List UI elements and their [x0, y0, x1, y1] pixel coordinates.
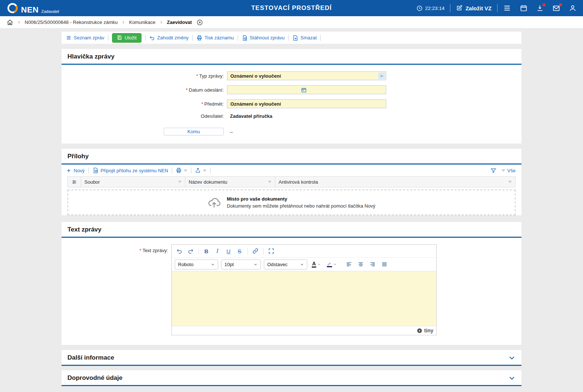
strikethrough-button[interactable]: S [234, 246, 245, 256]
print-record-button[interactable]: Tisk záznamu [196, 35, 234, 41]
underline-button[interactable]: U [223, 246, 234, 256]
calendar-icon[interactable] [520, 4, 527, 12]
list-icon [66, 35, 71, 40]
link-icon[interactable] [250, 246, 261, 256]
brand[interactable]: NEN Zadavatel [7, 2, 59, 14]
chevron-down-icon [300, 262, 304, 266]
printer-icon [196, 35, 202, 41]
message-list-button[interactable]: Seznam zpráv [66, 35, 104, 40]
clock-icon [416, 5, 423, 11]
home-icon[interactable] [7, 19, 13, 26]
block-format-select[interactable]: Odstavec [264, 259, 307, 269]
align-justify-icon[interactable] [380, 259, 389, 269]
filter-caret-icon[interactable] [508, 180, 512, 184]
export-button[interactable] [195, 167, 206, 173]
align-center-icon[interactable] [356, 259, 366, 269]
chevron-down-icon[interactable] [378, 73, 385, 79]
font-size-select[interactable]: 10pt [221, 259, 261, 269]
editor-toolbar-row2: Roboto 10pt Odstavec [172, 258, 436, 271]
more-info-section[interactable]: Další informace [62, 350, 521, 366]
undo-icon[interactable] [174, 246, 185, 256]
attachments-toolbar: Nový Připojit přílohu ze systému NEN [62, 165, 521, 176]
recipient-button[interactable]: Komu [164, 128, 224, 135]
download-document-icon [242, 35, 248, 41]
attach-document-icon [92, 167, 98, 173]
redo-icon[interactable] [185, 246, 196, 256]
filter-caret-icon[interactable] [178, 180, 182, 184]
section-title: Doprovodné údaje [67, 374, 122, 382]
chevron-down-icon[interactable] [508, 374, 516, 382]
chevron-right-icon [121, 20, 125, 24]
mail-icon[interactable] [552, 4, 560, 12]
create-vz-button[interactable]: Založit VZ [456, 5, 492, 11]
separator [145, 35, 146, 41]
section-title: Další informace [67, 354, 114, 361]
separator [191, 167, 191, 173]
print-grid-button[interactable] [176, 167, 187, 173]
clock: 22:23:14 [416, 5, 445, 11]
new-attachment-button[interactable]: Nový [66, 168, 85, 173]
section-title: Hlavička zprávy [67, 53, 115, 60]
chevron-right-icon [17, 20, 21, 24]
subject-input[interactable]: Oznámení o vyloučení [227, 99, 386, 108]
menu-icon[interactable] [503, 4, 511, 12]
edit-icon [456, 5, 462, 11]
text-color-button[interactable]: A [310, 259, 322, 269]
close-icon[interactable] [196, 19, 203, 26]
document-dropzone[interactable]: Místo pro vaše dokumenty Dokumenty sem m… [67, 190, 516, 215]
chevron-down-icon [211, 262, 215, 266]
column-header-nazev[interactable]: Název dokumentu [185, 177, 275, 187]
dropzone-subtitle: Dokumenty sem můžete přetáhnout nebo nah… [227, 203, 375, 209]
separator [450, 4, 450, 12]
filter-caret-icon[interactable] [268, 180, 272, 184]
chevron-down-icon[interactable] [508, 354, 516, 361]
delete-button[interactable]: Smazat [292, 35, 317, 41]
tiny-brand[interactable]: tiny [424, 328, 433, 333]
separator [320, 35, 321, 41]
accompanying-data-section[interactable]: Doprovodné údaje [62, 370, 521, 386]
separator [247, 247, 248, 255]
chevron-down-icon [254, 262, 258, 266]
column-header-antivirus[interactable]: Antivirová kontrola [275, 177, 515, 187]
chevron-right-icon [159, 20, 163, 24]
caret-down-icon [184, 169, 187, 172]
italic-button[interactable]: I [212, 246, 223, 256]
share-icon [195, 167, 201, 173]
undo-icon [149, 35, 155, 41]
user-icon[interactable] [569, 4, 576, 12]
highlighter-icon [327, 261, 332, 267]
cloud-upload-icon [207, 196, 221, 209]
align-left-icon[interactable] [344, 259, 354, 269]
save-button[interactable]: Uložit [112, 33, 142, 43]
message-text-input[interactable] [172, 271, 436, 326]
breadcrumb-item-procedure[interactable]: N006/25/S00000648 - Rekonstrukce zámku [25, 20, 118, 25]
separator [263, 247, 263, 255]
bold-button[interactable]: B [201, 246, 212, 256]
download-message-button[interactable]: Stáhnout zprávu [242, 35, 285, 41]
brand-name: NEN [21, 6, 39, 14]
attachments-table-header: Soubor Název dokumentu Antivirová kontro… [67, 176, 516, 187]
fullscreen-icon[interactable] [266, 246, 277, 256]
filter-icon[interactable] [491, 167, 496, 173]
attach-from-nen-button[interactable]: Připojit přílohu ze systému NEN [92, 167, 168, 173]
printer-icon [176, 167, 182, 173]
column-settings-icon[interactable] [68, 177, 81, 187]
font-family-select[interactable]: Roboto [175, 259, 218, 269]
highlight-color-button[interactable] [325, 259, 338, 269]
send-date-input[interactable] [227, 85, 386, 94]
separator [88, 167, 89, 173]
filter-all-dropdown[interactable]: Vše [502, 168, 516, 173]
downloads-icon[interactable] [536, 4, 544, 12]
chevron-down-icon [333, 262, 337, 266]
sender-value: Zadavatel příručka [227, 113, 272, 119]
column-header-soubor[interactable]: Soubor [81, 177, 185, 187]
tiny-logo-icon[interactable] [417, 328, 422, 333]
breadcrumb-item-komunikace[interactable]: Komunikace [129, 20, 156, 25]
nen-logo-icon [7, 2, 18, 14]
message-type-select[interactable]: Oznámení o vyloučení [227, 71, 386, 80]
discard-changes-button[interactable]: Zahodit změny [149, 35, 189, 41]
calendar-picker-icon[interactable] [301, 87, 307, 93]
message-text-section: Text zprávy *Text zprávy: B I [62, 222, 521, 345]
align-right-icon[interactable] [368, 259, 377, 269]
plus-icon [66, 168, 71, 173]
